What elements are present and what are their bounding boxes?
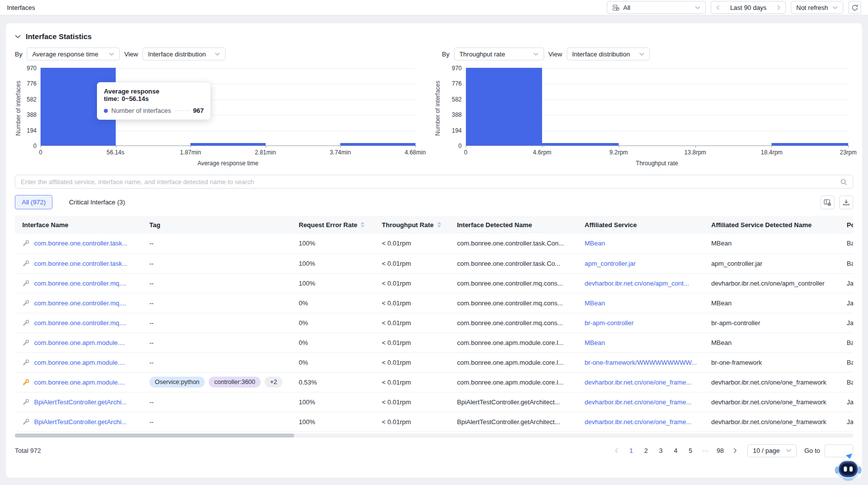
throughput-rate-cell: < 0.01rpm: [374, 293, 450, 313]
interface-name-link[interactable]: com.bonree.one.apm.module....: [34, 359, 125, 366]
key-icon[interactable]: [22, 319, 30, 327]
column-header: Interface Name: [15, 216, 142, 234]
x-tick-mark: [266, 146, 266, 147]
affiliated-service-link[interactable]: devharbor.ibr.net.cn/one/apm_cont...: [585, 280, 689, 287]
interface-name-link[interactable]: com.bonree.one.controller.mq....: [34, 299, 126, 307]
download-button[interactable]: [839, 195, 853, 209]
application-selector[interactable]: All: [607, 1, 706, 14]
sort-carets-icon[interactable]: [437, 222, 441, 228]
column-header-label: Tag: [149, 221, 160, 229]
table-row: com.bonree.one.apm.module....--0%< 0.01r…: [15, 333, 853, 352]
page-size-selector[interactable]: 10 / page: [747, 444, 797, 457]
affiliated-service-link[interactable]: MBean: [585, 299, 605, 307]
key-icon[interactable]: [22, 260, 30, 267]
x-tick-mark: [542, 146, 543, 147]
tab-critical-interface[interactable]: Critical Interface (3): [62, 195, 131, 209]
request-error-rate-cell: 100%: [291, 273, 374, 293]
time-range-selector[interactable]: Last 90 days: [711, 1, 786, 14]
tooltip-series-label: Number of interfaces: [111, 107, 171, 114]
chevron-right-icon: [733, 448, 737, 453]
page-number-4[interactable]: 4: [670, 444, 682, 457]
left-view-selector[interactable]: Interface distribution: [142, 48, 226, 60]
affiliated-service-link[interactable]: apm_controller.jar: [585, 260, 636, 267]
key-icon[interactable]: [22, 339, 30, 346]
key-icon[interactable]: [22, 299, 30, 307]
affiliated-service-link[interactable]: devharbor.ibr.net.cn/one/one_frame...: [585, 379, 691, 386]
column-header-label: Affiliated Service Detected Name: [711, 221, 812, 229]
chevron-left-icon[interactable]: [716, 5, 720, 10]
page-number-98[interactable]: 98: [714, 444, 726, 457]
page-number-2[interactable]: 2: [640, 444, 652, 457]
column-settings-button[interactable]: [821, 195, 834, 209]
interface-name-link[interactable]: com.bonree.one.controller.mq....: [34, 280, 126, 287]
page-number-1[interactable]: 1: [625, 444, 637, 457]
time-range-value: Last 90 days: [730, 4, 767, 11]
affiliated-service-detected-name-cell: MBean: [704, 333, 839, 352]
refresh-mode-value: Not refresh: [796, 4, 828, 11]
prev-page-button[interactable]: [610, 444, 622, 457]
next-page-button[interactable]: [729, 444, 741, 457]
key-icon[interactable]: [22, 240, 30, 247]
refresh-button[interactable]: [848, 1, 861, 14]
right-by-selector[interactable]: Throughput rate: [454, 48, 544, 60]
column-header-label: Request Error Rate: [299, 221, 357, 229]
search-input[interactable]: [15, 175, 853, 189]
page-size-value: 10 / page: [753, 447, 779, 454]
interface-name-link[interactable]: com.bonree.one.apm.module....: [34, 379, 125, 386]
affiliated-service-detected-name-cell: devharbor.ibr.net.cn/one/apm_controller: [704, 273, 839, 293]
horizontal-scrollbar[interactable]: [15, 434, 853, 437]
affiliated-service-link[interactable]: MBean: [585, 339, 605, 346]
page-number-3[interactable]: 3: [655, 444, 667, 457]
affiliated-service-link[interactable]: br-one-framework/WWWWWWWWW...: [585, 359, 697, 366]
tag-pill[interactable]: Oservice:python: [149, 377, 205, 388]
interface-name-link[interactable]: com.bonree.one.controller.task...: [34, 240, 128, 247]
refresh-mode-selector[interactable]: Not refresh: [791, 1, 843, 14]
chevron-right-icon[interactable]: [777, 5, 780, 10]
collapse-chevron-icon[interactable]: [15, 35, 21, 39]
assistant-robot-button[interactable]: [832, 451, 864, 483]
right-view-selector[interactable]: Interface distribution: [567, 48, 650, 60]
tab-all[interactable]: All (972): [15, 195, 52, 209]
y-tick-label: 194: [442, 127, 462, 134]
key-icon[interactable]: [22, 280, 30, 287]
tag-pill[interactable]: controller:3600: [209, 377, 261, 388]
last-column-cell: Ba: [839, 352, 853, 372]
right-by-value: Throughput rate: [459, 50, 505, 58]
affiliated-service-link[interactable]: br-apm-controller: [585, 319, 634, 327]
throughput-rate-chart: Number of interfaces 019438858277697004.…: [434, 66, 854, 168]
throughput-rate-cell: < 0.01rpm: [374, 392, 450, 412]
last-column-cell: Ja: [839, 273, 853, 293]
interface-name-link[interactable]: BpiAlertTestController.getArchi...: [34, 398, 127, 406]
affiliated-service-link[interactable]: devharbor.ibr.net.cn/one/one_frame...: [585, 418, 691, 426]
x-tick-mark: [772, 146, 772, 147]
interface-name-link[interactable]: com.bonree.one.controller.mq....: [34, 319, 126, 327]
page-ellipsis[interactable]: ···: [699, 444, 711, 457]
key-icon[interactable]: [22, 379, 30, 386]
x-tick-mark: [41, 146, 41, 147]
x-tick-mark: [340, 146, 341, 147]
refresh-icon: [851, 4, 859, 11]
x-tick-label: 9.2rpm: [609, 149, 628, 156]
affiliated-service-link[interactable]: MBean: [585, 240, 605, 247]
interface-name-link[interactable]: com.bonree.one.controller.task...: [34, 260, 128, 267]
view-label: View: [124, 50, 138, 58]
table-row: com.bonree.one.controller.task...--100%<…: [15, 234, 853, 253]
x-tick-mark: [848, 146, 849, 147]
sort-carets-icon[interactable]: [361, 222, 365, 228]
column-header: Affiliated Service Detected Name: [704, 216, 839, 234]
search-icon[interactable]: [840, 178, 848, 186]
interface-name-link[interactable]: com.bonree.one.apm.module....: [34, 339, 125, 346]
page-number-5[interactable]: 5: [685, 444, 696, 457]
key-icon[interactable]: [22, 359, 30, 366]
left-by-selector[interactable]: Average response time: [27, 48, 120, 60]
scrollbar-thumb[interactable]: [15, 434, 294, 437]
tag-pill[interactable]: +2: [265, 377, 282, 388]
y-tick-label: 776: [17, 80, 37, 87]
interface-name-link[interactable]: BpiAlertTestController.getArchi...: [34, 418, 127, 426]
key-icon[interactable]: [22, 398, 30, 406]
tooltip-value: 967: [193, 107, 204, 114]
chevron-down-icon: [533, 52, 539, 56]
interface-statistics-panel: Interface Statistics By Average response…: [6, 23, 862, 478]
affiliated-service-link[interactable]: devharbor.ibr.net.cn/one/one_frame...: [585, 398, 691, 406]
key-icon[interactable]: [22, 418, 30, 426]
